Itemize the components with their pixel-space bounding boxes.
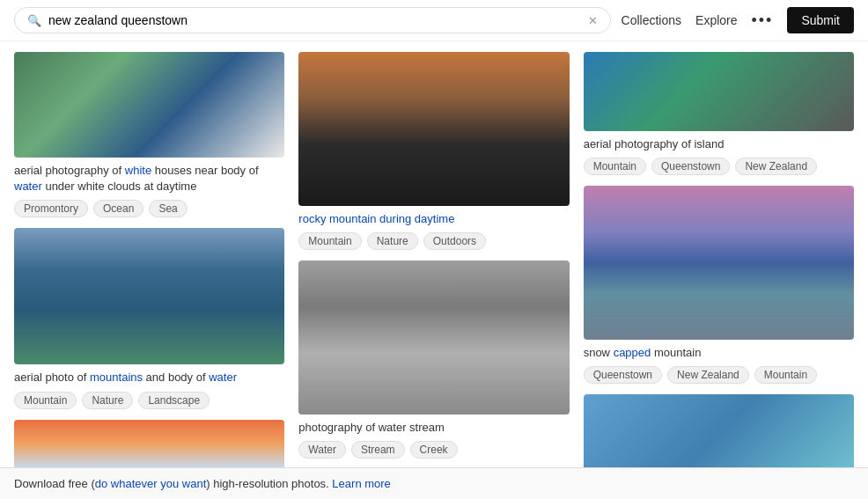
photo-image-water-stream[interactable] [298,261,569,415]
search-box[interactable]: 🔍 ✕ [14,7,611,33]
photo-image-snow-capped[interactable] [584,186,854,340]
photo-columns: aerial photography of white houses near … [14,52,854,499]
tag-creek[interactable]: Creek [410,441,458,459]
search-icon: 🔍 [27,14,41,27]
photo-title-aerial-mountains: aerial photo of mountains and body of wa… [14,370,284,385]
column-1: aerial photography of white houses near … [14,52,284,499]
photo-card-snow-capped: snow capped mountain Queenstown New Zeal… [584,186,854,384]
more-options-icon[interactable]: ••• [752,11,774,30]
photo-card-aerial-white: aerial photography of white houses near … [14,52,284,217]
link-water-2[interactable]: water [209,371,237,384]
photo-image-aerial-island[interactable] [584,52,854,131]
photo-card-aerial-right [584,394,854,473]
column-2: rocky mountain during daytime Mountain N… [298,52,569,459]
photo-image-rocky-mountain[interactable] [298,52,569,206]
tag-queenstown-1[interactable]: Queenstown [651,158,730,175]
nav-links: Collections Explore ••• Submit [622,7,854,33]
photo-image-aerial-white[interactable] [14,52,284,158]
link-mountains[interactable]: mountains [90,371,143,384]
tag-mountain-1[interactable]: Mountain [14,392,77,409]
photo-image-aerial-mountains[interactable] [14,228,284,364]
photo-title-rocky-mountain: rocky mountain during daytime [298,211,569,227]
tag-mountain-4[interactable]: Mountain [754,366,817,384]
footer-text-before: Download free ( [14,477,95,490]
photo-title-snow-capped: snow capped mountain [584,345,854,361]
tag-nature-2[interactable]: Nature [367,232,418,250]
main-content: aerial photography of white houses near … [0,41,868,499]
tag-sea[interactable]: Sea [149,200,187,217]
photo-title-aerial-island: aerial photography of island [584,136,854,152]
link-white[interactable]: white [125,164,151,177]
photo-card-aerial-mountains: aerial photo of mountains and body of wa… [14,228,284,408]
tag-queenstown-2[interactable]: Queenstown [584,366,662,384]
photo-card-aerial-island: aerial photography of island Mountain Qu… [584,52,854,175]
learn-more-link[interactable]: Learn more [332,477,390,490]
link-water[interactable]: water [14,180,42,193]
photo-title-water-stream: photography of water stream [298,420,569,436]
link-rocky[interactable]: rocky mountain during daytime [298,212,454,225]
photo-title-aerial-white: aerial photography of white houses near … [14,163,284,194]
tags-aerial-white: Promontory Ocean Sea [14,200,284,217]
tags-aerial-mountains: Mountain Nature Landscape [14,392,284,409]
tag-promontory[interactable]: Promontory [14,200,88,217]
footer-bar: Download free (do whatever you want) hig… [0,467,868,499]
tag-outdoors[interactable]: Outdoors [423,232,486,250]
tag-nature-1[interactable]: Nature [82,392,133,409]
tags-snow-capped: Queenstown New Zealand Mountain [584,366,854,384]
photo-card-rocky-mountain: rocky mountain during daytime Mountain N… [298,52,569,250]
tags-water-stream: Water Stream Creek [298,441,569,459]
footer-text-after: ) high-resolution photos. [206,477,328,490]
tag-landscape[interactable]: Landscape [138,392,210,409]
search-input[interactable] [48,13,581,27]
tag-mountain-3[interactable]: Mountain [584,158,646,175]
tags-aerial-island: Mountain Queenstown New Zealand [584,158,854,175]
clear-icon[interactable]: ✕ [588,14,598,27]
explore-link[interactable]: Explore [695,13,737,27]
collections-link[interactable]: Collections [622,13,681,27]
footer-do-whatever-link[interactable]: do whatever you want [95,477,206,490]
tag-mountain-2[interactable]: Mountain [298,232,361,250]
tag-new-zealand-1[interactable]: New Zealand [735,158,817,175]
tag-new-zealand-2[interactable]: New Zealand [667,366,749,384]
column-3: aerial photography of island Mountain Qu… [584,52,854,473]
tag-ocean[interactable]: Ocean [93,200,143,217]
submit-button[interactable]: Submit [787,7,854,33]
header: 🔍 ✕ Collections Explore ••• Submit [0,0,868,41]
tags-rocky-mountain: Mountain Nature Outdoors [298,232,569,250]
link-capped[interactable]: capped [614,346,651,359]
photo-card-water-stream: photography of water stream Water Stream… [298,261,569,459]
tag-stream[interactable]: Stream [351,441,405,459]
photo-image-aerial-right[interactable] [584,394,854,473]
tag-water[interactable]: Water [298,441,346,459]
